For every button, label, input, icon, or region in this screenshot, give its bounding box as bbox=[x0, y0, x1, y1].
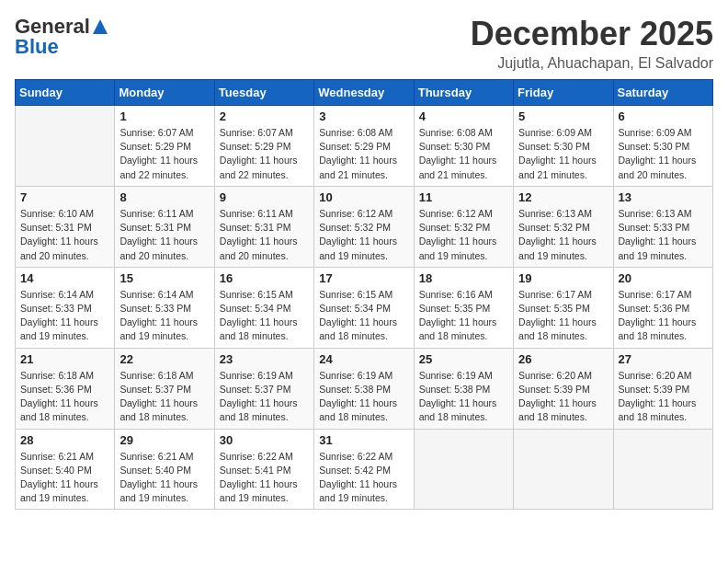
day-info: Sunrise: 6:22 AMSunset: 5:42 PMDaylight:… bbox=[319, 450, 408, 506]
calendar-cell: 4Sunrise: 6:08 AMSunset: 5:30 PMDaylight… bbox=[414, 106, 513, 187]
calendar-cell: 10Sunrise: 6:12 AMSunset: 5:32 PMDayligh… bbox=[314, 186, 414, 267]
day-number: 16 bbox=[220, 271, 309, 285]
day-number: 22 bbox=[119, 352, 209, 366]
calendar-cell: 9Sunrise: 6:11 AMSunset: 5:31 PMDaylight… bbox=[214, 186, 313, 267]
day-info: Sunrise: 6:18 AMSunset: 5:37 PMDaylight:… bbox=[119, 369, 209, 425]
calendar-cell: 19Sunrise: 6:17 AMSunset: 5:35 PMDayligh… bbox=[514, 267, 613, 348]
day-info: Sunrise: 6:10 AMSunset: 5:31 PMDaylight:… bbox=[20, 207, 109, 263]
day-info: Sunrise: 6:17 AMSunset: 5:35 PMDaylight:… bbox=[518, 288, 608, 344]
day-number: 21 bbox=[20, 352, 109, 366]
day-info: Sunrise: 6:15 AMSunset: 5:34 PMDaylight:… bbox=[319, 288, 408, 344]
calendar-cell: 17Sunrise: 6:15 AMSunset: 5:34 PMDayligh… bbox=[314, 267, 414, 348]
calendar-cell: 23Sunrise: 6:19 AMSunset: 5:37 PMDayligh… bbox=[214, 348, 313, 429]
calendar-cell: 14Sunrise: 6:14 AMSunset: 5:33 PMDayligh… bbox=[16, 267, 115, 348]
day-info: Sunrise: 6:14 AMSunset: 5:33 PMDaylight:… bbox=[119, 288, 209, 344]
calendar-cell: 26Sunrise: 6:20 AMSunset: 5:39 PMDayligh… bbox=[514, 348, 613, 429]
day-of-week-header: Monday bbox=[115, 80, 214, 106]
day-number: 3 bbox=[319, 109, 408, 123]
calendar-cell: 8Sunrise: 6:11 AMSunset: 5:31 PMDaylight… bbox=[115, 186, 214, 267]
day-number: 26 bbox=[518, 352, 608, 366]
calendar-cell: 22Sunrise: 6:18 AMSunset: 5:37 PMDayligh… bbox=[115, 348, 214, 429]
day-number: 15 bbox=[119, 271, 209, 285]
calendar-cell: 28Sunrise: 6:21 AMSunset: 5:40 PMDayligh… bbox=[16, 429, 115, 510]
page-header: General Blue December 2025 Jujutla, Ahua… bbox=[15, 15, 713, 72]
day-info: Sunrise: 6:21 AMSunset: 5:40 PMDaylight:… bbox=[20, 450, 109, 506]
logo-icon bbox=[91, 17, 109, 36]
day-number: 28 bbox=[20, 433, 109, 447]
day-info: Sunrise: 6:13 AMSunset: 5:32 PMDaylight:… bbox=[518, 207, 608, 263]
day-of-week-header: Sunday bbox=[16, 80, 115, 106]
day-info: Sunrise: 6:11 AMSunset: 5:31 PMDaylight:… bbox=[119, 207, 209, 263]
day-info: Sunrise: 6:20 AMSunset: 5:39 PMDaylight:… bbox=[518, 369, 608, 425]
day-info: Sunrise: 6:12 AMSunset: 5:32 PMDaylight:… bbox=[319, 207, 408, 263]
calendar-cell: 11Sunrise: 6:12 AMSunset: 5:32 PMDayligh… bbox=[414, 186, 513, 267]
day-number: 27 bbox=[619, 352, 708, 366]
day-info: Sunrise: 6:14 AMSunset: 5:33 PMDaylight:… bbox=[20, 288, 109, 344]
day-number: 7 bbox=[20, 190, 109, 204]
calendar-cell: 21Sunrise: 6:18 AMSunset: 5:36 PMDayligh… bbox=[16, 348, 115, 429]
calendar-cell: 25Sunrise: 6:19 AMSunset: 5:38 PMDayligh… bbox=[414, 348, 513, 429]
calendar-cell bbox=[514, 429, 613, 510]
day-of-week-header: Friday bbox=[514, 80, 613, 106]
day-info: Sunrise: 6:09 AMSunset: 5:30 PMDaylight:… bbox=[619, 126, 708, 182]
day-of-week-header: Tuesday bbox=[214, 80, 313, 106]
calendar-table: SundayMondayTuesdayWednesdayThursdayFrid… bbox=[15, 79, 713, 510]
calendar-cell: 6Sunrise: 6:09 AMSunset: 5:30 PMDaylight… bbox=[613, 106, 712, 187]
calendar-cell: 16Sunrise: 6:15 AMSunset: 5:34 PMDayligh… bbox=[214, 267, 313, 348]
day-info: Sunrise: 6:17 AMSunset: 5:36 PMDaylight:… bbox=[619, 288, 708, 344]
day-number: 24 bbox=[319, 352, 408, 366]
calendar-cell: 2Sunrise: 6:07 AMSunset: 5:29 PMDaylight… bbox=[214, 106, 313, 187]
day-number: 13 bbox=[619, 190, 708, 204]
day-info: Sunrise: 6:07 AMSunset: 5:29 PMDaylight:… bbox=[119, 126, 209, 182]
calendar-cell: 5Sunrise: 6:09 AMSunset: 5:30 PMDaylight… bbox=[514, 106, 613, 187]
calendar-cell bbox=[16, 106, 115, 187]
day-number: 2 bbox=[220, 109, 309, 123]
calendar-cell: 31Sunrise: 6:22 AMSunset: 5:42 PMDayligh… bbox=[314, 429, 414, 510]
day-number: 4 bbox=[419, 109, 508, 123]
calendar-cell bbox=[414, 429, 513, 510]
day-info: Sunrise: 6:19 AMSunset: 5:38 PMDaylight:… bbox=[319, 369, 408, 425]
day-info: Sunrise: 6:21 AMSunset: 5:40 PMDaylight:… bbox=[119, 450, 209, 506]
day-number: 5 bbox=[518, 109, 608, 123]
location-subtitle: Jujutla, Ahuachapan, El Salvador bbox=[471, 55, 713, 72]
title-block: December 2025 Jujutla, Ahuachapan, El Sa… bbox=[471, 15, 713, 72]
day-info: Sunrise: 6:08 AMSunset: 5:30 PMDaylight:… bbox=[419, 126, 508, 182]
day-of-week-header: Thursday bbox=[414, 80, 513, 106]
calendar-cell: 7Sunrise: 6:10 AMSunset: 5:31 PMDaylight… bbox=[16, 186, 115, 267]
day-info: Sunrise: 6:08 AMSunset: 5:29 PMDaylight:… bbox=[319, 126, 408, 182]
day-of-week-header: Wednesday bbox=[314, 80, 414, 106]
day-info: Sunrise: 6:12 AMSunset: 5:32 PMDaylight:… bbox=[419, 207, 508, 263]
day-number: 19 bbox=[518, 271, 608, 285]
day-number: 12 bbox=[518, 190, 608, 204]
day-number: 25 bbox=[419, 352, 508, 366]
day-number: 1 bbox=[119, 109, 209, 123]
day-info: Sunrise: 6:07 AMSunset: 5:29 PMDaylight:… bbox=[220, 126, 309, 182]
logo: General Blue bbox=[15, 15, 110, 59]
day-info: Sunrise: 6:16 AMSunset: 5:35 PMDaylight:… bbox=[419, 288, 508, 344]
calendar-cell: 13Sunrise: 6:13 AMSunset: 5:33 PMDayligh… bbox=[613, 186, 712, 267]
day-info: Sunrise: 6:22 AMSunset: 5:41 PMDaylight:… bbox=[220, 450, 309, 506]
day-number: 31 bbox=[319, 433, 408, 447]
calendar-cell: 24Sunrise: 6:19 AMSunset: 5:38 PMDayligh… bbox=[314, 348, 414, 429]
day-info: Sunrise: 6:11 AMSunset: 5:31 PMDaylight:… bbox=[220, 207, 309, 263]
calendar-cell bbox=[613, 429, 712, 510]
svg-marker-0 bbox=[93, 19, 108, 34]
day-number: 10 bbox=[319, 190, 408, 204]
day-number: 23 bbox=[220, 352, 309, 366]
day-info: Sunrise: 6:18 AMSunset: 5:36 PMDaylight:… bbox=[20, 369, 109, 425]
day-number: 18 bbox=[419, 271, 508, 285]
calendar-cell: 30Sunrise: 6:22 AMSunset: 5:41 PMDayligh… bbox=[214, 429, 313, 510]
calendar-cell: 15Sunrise: 6:14 AMSunset: 5:33 PMDayligh… bbox=[115, 267, 214, 348]
calendar-cell: 29Sunrise: 6:21 AMSunset: 5:40 PMDayligh… bbox=[115, 429, 214, 510]
day-info: Sunrise: 6:19 AMSunset: 5:38 PMDaylight:… bbox=[419, 369, 508, 425]
calendar-cell: 18Sunrise: 6:16 AMSunset: 5:35 PMDayligh… bbox=[414, 267, 513, 348]
day-info: Sunrise: 6:20 AMSunset: 5:39 PMDaylight:… bbox=[619, 369, 708, 425]
day-number: 6 bbox=[619, 109, 708, 123]
day-of-week-header: Saturday bbox=[613, 80, 712, 106]
calendar-cell: 1Sunrise: 6:07 AMSunset: 5:29 PMDaylight… bbox=[115, 106, 214, 187]
day-number: 8 bbox=[119, 190, 209, 204]
day-number: 29 bbox=[119, 433, 209, 447]
day-info: Sunrise: 6:09 AMSunset: 5:30 PMDaylight:… bbox=[518, 126, 608, 182]
day-number: 17 bbox=[319, 271, 408, 285]
month-title: December 2025 bbox=[471, 15, 713, 53]
